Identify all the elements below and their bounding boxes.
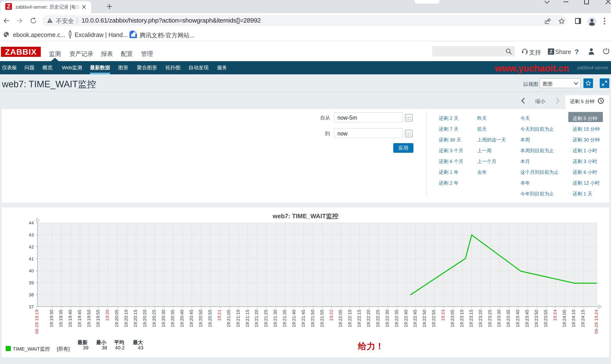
svg-text:19:23:40: 19:23:40: [515, 310, 520, 327]
svg-text:06-29 19:19: 06-29 19:19: [34, 310, 39, 334]
svg-text:19:19:45: 19:19:45: [77, 310, 82, 327]
svg-text:19:20:45: 19:20:45: [189, 310, 194, 327]
svg-text:19:19:40: 19:19:40: [68, 310, 73, 327]
svg-text:19:20:10: 19:20:10: [123, 310, 129, 327]
svg-text:19:23:15: 19:23:15: [468, 310, 474, 327]
svg-text:44: 44: [29, 220, 34, 225]
svg-text:39: 39: [29, 280, 34, 285]
svg-text:19:21:45: 19:21:45: [301, 310, 306, 327]
svg-text:19:21:05: 19:21:05: [226, 310, 231, 327]
svg-text:19:19:35: 19:19:35: [58, 310, 63, 327]
svg-text:41: 41: [29, 256, 34, 261]
svg-text:19:23:30: 19:23:30: [496, 310, 501, 327]
svg-text:19:22:40: 19:22:40: [403, 310, 408, 327]
svg-text:19:23:10: 19:23:10: [459, 310, 464, 327]
svg-text:19:20:30: 19:20:30: [161, 310, 166, 327]
svg-text:19:24:05: 19:24:05: [562, 310, 567, 327]
svg-text:19:20:40: 19:20:40: [179, 310, 184, 327]
svg-text:19:24: 19:24: [552, 310, 558, 321]
svg-text:19:22:55: 19:22:55: [431, 310, 436, 327]
svg-text:19:20:20: 19:20:20: [142, 310, 147, 327]
svg-text:19:23:35: 19:23:35: [506, 310, 511, 327]
svg-text:19:22:25: 19:22:25: [375, 310, 380, 327]
svg-text:19:21:10: 19:21:10: [235, 310, 241, 327]
svg-text:19:20:15: 19:20:15: [133, 310, 138, 327]
svg-text:19:19:50: 19:19:50: [86, 310, 91, 327]
svg-text:19:21:15: 19:21:15: [245, 310, 250, 327]
svg-text:19:23:55: 19:23:55: [543, 310, 548, 327]
svg-text:19:24:10: 19:24:10: [571, 310, 576, 327]
svg-text:19:23:50: 19:23:50: [534, 310, 539, 327]
svg-text:06-29 19:24: 06-29 19:24: [594, 310, 599, 334]
svg-text:19:21: 19:21: [217, 310, 222, 321]
svg-text:19:22:35: 19:22:35: [394, 310, 399, 327]
svg-text:19:22:50: 19:22:50: [422, 310, 427, 327]
svg-text:19:23:45: 19:23:45: [524, 310, 530, 327]
svg-text:19:20:05: 19:20:05: [114, 310, 119, 327]
svg-text:19:23: 19:23: [441, 310, 445, 321]
svg-text:19:23:05: 19:23:05: [450, 310, 455, 327]
svg-text:19:20: 19:20: [105, 310, 110, 321]
svg-text:19:22:30: 19:22:30: [385, 310, 390, 327]
svg-text:19:24:15: 19:24:15: [580, 310, 585, 327]
svg-text:19:20:50: 19:20:50: [198, 310, 203, 327]
svg-text:19:21:50: 19:21:50: [310, 310, 315, 327]
svg-text:19:21:55: 19:21:55: [319, 310, 325, 327]
svg-text:19:19:30: 19:19:30: [49, 310, 54, 327]
svg-text:40: 40: [29, 268, 34, 273]
svg-text:19:20:55: 19:20:55: [208, 310, 212, 327]
svg-text:43: 43: [29, 232, 34, 237]
svg-text:38: 38: [29, 292, 34, 297]
svg-text:19:22: 19:22: [329, 310, 334, 321]
svg-text:19:22:20: 19:22:20: [366, 310, 371, 327]
svg-text:19:22:15: 19:22:15: [357, 310, 362, 327]
svg-text:19:20:25: 19:20:25: [152, 310, 156, 327]
svg-text:19:22:10: 19:22:10: [347, 310, 352, 327]
svg-text:42: 42: [29, 244, 34, 249]
svg-text:19:21:30: 19:21:30: [273, 310, 278, 327]
svg-text:19:21:20: 19:21:20: [254, 310, 259, 327]
svg-text:37: 37: [29, 304, 34, 309]
svg-text:19:21:25: 19:21:25: [263, 310, 268, 327]
svg-text:19:23:20: 19:23:20: [478, 310, 483, 327]
svg-text:19:21:35: 19:21:35: [282, 310, 287, 327]
svg-text:19:23:25: 19:23:25: [487, 310, 492, 327]
svg-text:19:20:35: 19:20:35: [170, 310, 175, 327]
svg-text:19:19:55: 19:19:55: [95, 310, 101, 327]
svg-text:19:22:05: 19:22:05: [338, 310, 343, 327]
svg-text:19:21:40: 19:21:40: [291, 310, 296, 327]
svg-text:19:22:45: 19:22:45: [413, 310, 417, 327]
